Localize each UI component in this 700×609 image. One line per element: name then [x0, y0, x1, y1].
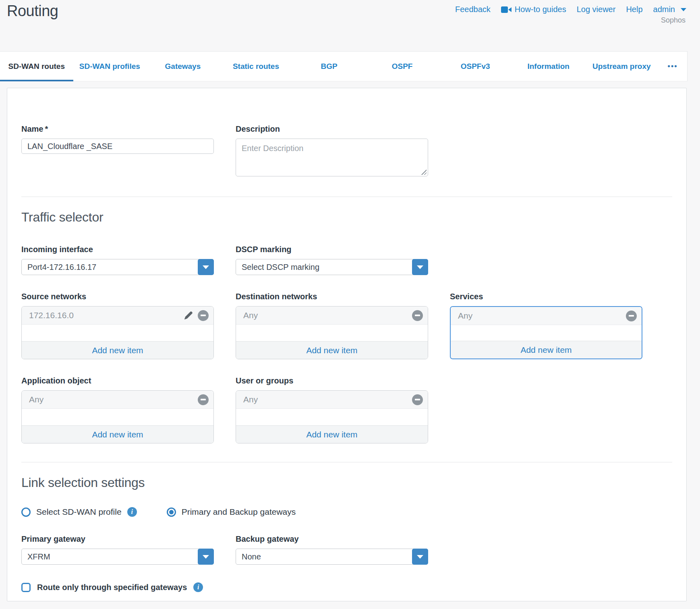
feedback-link[interactable]: Feedback	[455, 5, 491, 14]
list-item: Any	[236, 307, 428, 325]
user-or-groups-label: User or groups	[236, 376, 428, 385]
incoming-interface-label: Incoming interface	[21, 245, 214, 254]
remove-item-icon[interactable]	[198, 394, 209, 405]
services-label: Services	[450, 292, 642, 301]
list-item: Any	[22, 391, 213, 409]
description-textarea[interactable]	[236, 139, 428, 176]
remove-item-icon[interactable]	[412, 394, 423, 405]
source-networks-group: Source networks 172.16.16.0 Add new item	[21, 292, 214, 359]
dscp-marking-label: DSCP marking	[236, 245, 428, 254]
info-icon[interactable]: i	[193, 582, 203, 592]
primary-gateway-group: Primary gateway XFRM	[21, 534, 214, 565]
tab-gateways[interactable]: Gateways	[146, 52, 220, 81]
top-navigation: Feedback How-to guides Log viewer Help a…	[455, 5, 686, 14]
incoming-interface-select[interactable]: Port4-172.16.16.17	[21, 259, 214, 275]
radio-label[interactable]: Primary and Backup gateways	[182, 507, 296, 517]
dscp-marking-select[interactable]: Select DSCP marking	[236, 259, 428, 275]
route-only-row: Route only through specified gateways i	[21, 582, 672, 592]
application-object-label: Application object	[21, 376, 214, 385]
edit-pencil-icon[interactable]	[183, 310, 194, 321]
section-divider	[21, 462, 672, 462]
dropdown-arrow-icon[interactable]	[198, 259, 214, 275]
radio-label[interactable]: Select SD-WAN profile	[36, 507, 122, 517]
destination-networks-label: Destination networks	[236, 292, 428, 301]
tab-bar: SD-WAN routes SD-WAN profiles Gateways S…	[0, 51, 688, 81]
primary-gateway-label: Primary gateway	[21, 534, 214, 544]
user-or-groups-group: User or groups Any Add new item	[236, 376, 428, 443]
dropdown-arrow-icon[interactable]	[198, 549, 214, 565]
info-icon[interactable]: i	[127, 507, 137, 517]
services-box: Any Add new item	[450, 306, 642, 359]
backup-gateway-select[interactable]: None	[236, 549, 428, 565]
sd-wan-route-form: Name* Description Traffic selector Incom…	[7, 88, 687, 601]
list-item: Any	[451, 307, 642, 325]
route-only-checkbox[interactable]	[21, 583, 31, 592]
tab-sd-wan-routes[interactable]: SD-WAN routes	[0, 52, 73, 81]
add-new-item-button[interactable]: Add new item	[236, 341, 428, 359]
radio-primary-backup-gateways[interactable]	[167, 508, 176, 517]
backup-gateway-label: Backup gateway	[236, 534, 428, 544]
list-item: Any	[236, 391, 428, 409]
services-group: Services Any Add new item	[450, 292, 642, 359]
tab-ospf[interactable]: OSPF	[366, 52, 439, 81]
add-new-item-button[interactable]: Add new item	[22, 341, 213, 359]
source-networks-label: Source networks	[21, 292, 214, 301]
dscp-marking-group: DSCP marking Select DSCP marking	[236, 245, 428, 275]
user-menu[interactable]: admin	[653, 5, 686, 14]
incoming-interface-group: Incoming interface Port4-172.16.16.17	[21, 245, 214, 275]
brand-label: Sophos	[661, 16, 686, 25]
description-field-group: Description	[236, 124, 428, 178]
name-field-group: Name*	[21, 124, 214, 154]
name-label: Name*	[21, 124, 214, 134]
application-object-group: Application object Any Add new item	[21, 376, 214, 443]
dropdown-arrow-icon[interactable]	[412, 549, 428, 565]
add-new-item-button[interactable]: Add new item	[451, 341, 642, 358]
link-selection-radios: Select SD-WAN profile i Primary and Back…	[21, 507, 672, 517]
log-viewer-link[interactable]: Log viewer	[577, 5, 616, 14]
description-label: Description	[236, 124, 428, 134]
page-title: Routing	[7, 2, 58, 20]
name-input[interactable]	[21, 139, 214, 154]
source-networks-box: 172.16.16.0 Add new item	[21, 306, 214, 359]
tab-bgp[interactable]: BGP	[292, 52, 366, 81]
add-new-item-button[interactable]: Add new item	[22, 425, 213, 443]
howto-guides-link[interactable]: How-to guides	[501, 5, 566, 14]
destination-networks-box: Any Add new item	[236, 306, 428, 359]
add-new-item-button[interactable]: Add new item	[236, 425, 428, 443]
video-camera-icon	[501, 6, 512, 13]
tab-ospfv3[interactable]: OSPFv3	[439, 52, 512, 81]
destination-networks-group: Destination networks Any Add new item	[236, 292, 428, 359]
remove-item-icon[interactable]	[412, 310, 423, 321]
section-divider	[21, 197, 672, 197]
list-item: 172.16.16.0	[22, 307, 213, 325]
remove-item-icon[interactable]	[626, 311, 637, 321]
help-link[interactable]: Help	[626, 5, 642, 14]
more-tabs-button[interactable]: •••	[658, 52, 687, 81]
primary-gateway-select[interactable]: XFRM	[21, 549, 214, 565]
tab-sd-wan-profiles[interactable]: SD-WAN profiles	[73, 52, 147, 81]
page-header: Routing Feedback How-to guides Log viewe…	[0, 0, 700, 51]
chevron-down-icon	[681, 8, 686, 11]
user-or-groups-box: Any Add new item	[236, 390, 428, 443]
route-only-label[interactable]: Route only through specified gateways	[37, 583, 187, 592]
application-object-box: Any Add new item	[21, 390, 214, 443]
radio-select-sdwan-profile[interactable]	[21, 508, 31, 517]
link-selection-heading: Link selection settings	[21, 475, 672, 490]
dropdown-arrow-icon[interactable]	[412, 259, 428, 275]
tab-static-routes[interactable]: Static routes	[220, 52, 293, 81]
tab-upstream-proxy[interactable]: Upstream proxy	[585, 52, 659, 81]
remove-item-icon[interactable]	[198, 310, 209, 321]
tab-information[interactable]: Information	[512, 52, 585, 81]
traffic-selector-heading: Traffic selector	[21, 210, 672, 225]
backup-gateway-group: Backup gateway None	[236, 534, 428, 565]
